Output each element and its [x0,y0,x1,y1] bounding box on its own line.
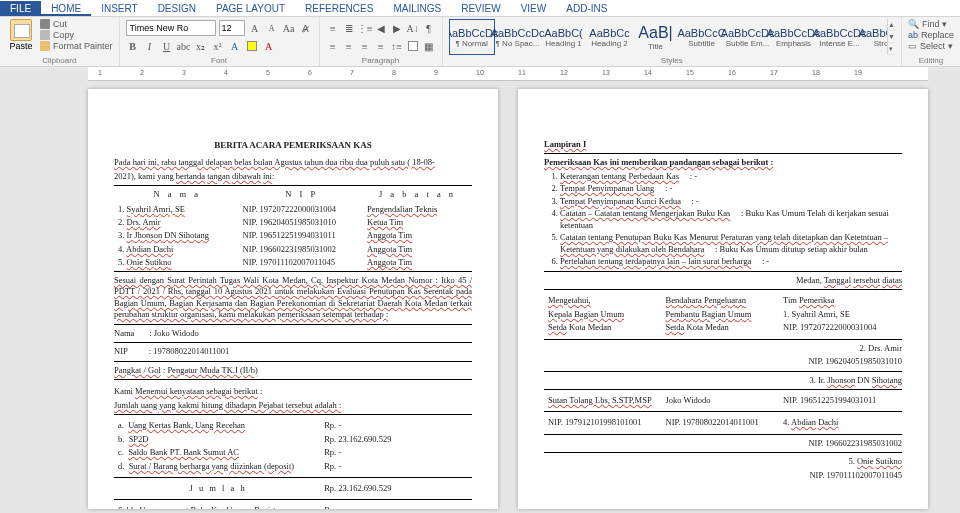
field-nama: Nama : Joko Widodo [114,328,472,339]
group-editing: 🔍 Find ▾ ab Replace ▭ Select ▾ Editing [902,17,960,66]
style-item[interactable]: AaBbCcDcIntense E... [817,19,863,55]
style-item[interactable]: AaBbCcDc¶ No Spac... [495,19,541,55]
group-font: A A Aa A̷ B I U abc x₂ x² A A Font [120,17,320,66]
paste-button[interactable]: Paste [6,19,36,51]
saldo-rows: Saldo Uang menurut Buku Kas Umum, Regist… [114,503,472,509]
document-page-2[interactable]: Lampiran I Pemeriksaan Kas ini memberika… [518,89,928,509]
style-scroll: ▲ ▼ ▾ [887,19,895,55]
kami-line: Kami Menemui kenyataan sebagai berikut : [114,386,472,397]
format-painter-button[interactable]: Format Painter [40,41,113,51]
font-size-input[interactable] [219,20,245,36]
format-painter-label: Format Painter [53,41,113,51]
sig-table: Mengetahui,Bendahara PengeluaranTim Peme… [544,293,902,335]
strikethrough-button[interactable]: abc [177,39,191,53]
sig-n5: 5. Onie Sutikno [544,456,902,467]
find-icon: 🔍 [908,19,919,29]
ruler[interactable]: 12345678910111213141516171819 [88,67,928,81]
font-color-button[interactable]: A [262,39,276,53]
copy-button[interactable]: Copy [40,30,113,40]
italic-button[interactable]: I [143,39,157,53]
style-scroll-up[interactable]: ▲ [888,19,895,31]
sort-button[interactable]: A↓ [406,21,420,35]
line-spacing-button[interactable]: ↕≡ [390,39,404,53]
th-nama: N a m a [116,188,239,201]
style-scroll-down[interactable]: ▼ [888,31,895,43]
style-item[interactable]: AaB|Title [633,19,679,55]
style-item[interactable]: AaBbCcDcStrong [863,19,887,55]
align-center-button[interactable]: ≡ [342,39,356,53]
tab-view[interactable]: VIEW [511,1,557,16]
sig-n2: 2. Drs. Amir [544,343,902,354]
highlight-button[interactable] [245,39,259,53]
style-expand[interactable]: ▾ [888,43,895,55]
group-styles: AaBbCcDc¶ NormalAaBbCcDc¶ No Spac...AaBb… [443,17,902,66]
style-item[interactable]: AaBbCcCSubtitle [679,19,725,55]
decrease-indent-button[interactable]: ◀ [374,21,388,35]
style-item[interactable]: AaBbCcDcSubtle Em... [725,19,771,55]
find-label: Find [922,19,940,29]
paste-label: Paste [9,41,32,51]
style-item[interactable]: AaBbCcDc¶ Normal [449,19,495,55]
style-item[interactable]: AaBbCcDcEmphasis [771,19,817,55]
clear-formatting-button[interactable]: A̷ [299,21,313,35]
sig-row5: NIP. 197912101998101001NIP. 197808022014… [544,415,902,430]
th-jabatan: J a b a t a n [365,188,470,201]
underline-button[interactable]: U [160,39,174,53]
sig-nip2: NIP. 196204051985031010 [544,356,902,367]
sig-n3: 3. Ir. Jhonson DN Sihotang [544,375,902,386]
select-icon: ▭ [908,41,917,51]
shrink-font-button[interactable]: A [265,21,279,35]
para1: Sesuai dengan Surat Perintah Tugas Wali … [114,275,472,321]
p2-head: Pemeriksaan Kas ini memberikan pandangan… [544,157,773,167]
align-left-button[interactable]: ≡ [326,39,340,53]
justify-button[interactable]: ≡ [374,39,388,53]
styles-group-label: Styles [449,56,895,66]
cut-button[interactable]: Cut [40,19,113,29]
document-page-1[interactable]: BERITA ACARA PEMERIKSAAN KAS Pada hari i… [88,89,498,509]
tab-design[interactable]: DESIGN [148,1,206,16]
cut-icon [40,19,50,29]
superscript-button[interactable]: x² [211,39,225,53]
replace-button[interactable]: ab Replace [908,30,954,40]
change-case-button[interactable]: Aa [282,21,296,35]
ribbon: Paste Cut Copy Format Painter Clipboard … [0,17,960,67]
text-effects-button[interactable]: A [228,39,242,53]
tab-insert[interactable]: INSERT [91,1,148,16]
bullets-button[interactable]: ≡ [326,21,340,35]
tab-addins[interactable]: ADD-INS [556,1,617,16]
tab-file[interactable]: FILE [0,1,41,16]
find-button[interactable]: 🔍 Find ▾ [908,19,954,29]
select-button[interactable]: ▭ Select ▾ [908,41,954,51]
group-paragraph: ≡ ≣ ⋮≡ ◀ ▶ A↓ ¶ ≡ ≡ ≡ ≡ ↕≡ ▦ Paragraph [320,17,443,66]
tab-mailings[interactable]: MAILINGS [383,1,451,16]
th-nip: N I P [241,188,364,201]
subscript-button[interactable]: x₂ [194,39,208,53]
total-row: J u m l a hRp. 23.162.690.529 [114,481,472,496]
borders-button[interactable]: ▦ [422,39,436,53]
style-gallery[interactable]: AaBbCcDc¶ NormalAaBbCcDc¶ No Spac...AaBb… [449,19,887,55]
show-marks-button[interactable]: ¶ [422,21,436,35]
workspace: 12345678910111213141516171819 BERITA ACA… [0,67,960,513]
tab-page-layout[interactable]: PAGE LAYOUT [206,1,295,16]
shading-button[interactable] [406,39,420,53]
bold-button[interactable]: B [126,39,140,53]
style-item[interactable]: AaBbC(Heading 1 [541,19,587,55]
clipboard-group-label: Clipboard [6,56,113,66]
style-item[interactable]: AaBbCcHeading 2 [587,19,633,55]
field-pangkat: Pangkat / Gol : Pengatur Muda TK.I (II/b… [114,365,472,376]
tab-review[interactable]: REVIEW [451,1,510,16]
personnel-table: N a m aN I PJ a b a t a n 1. Syahril Amr… [114,185,472,272]
grow-font-button[interactable]: A [248,21,262,35]
font-name-input[interactable] [126,20,216,36]
p2-list: Keterangan tentang Perbedaan Kas : -Temp… [544,171,902,268]
copy-label: Copy [53,30,74,40]
tab-references[interactable]: REFERENCES [295,1,383,16]
page-title: BERITA ACARA PEMERIKSAAN KAS [114,139,472,151]
tab-home[interactable]: HOME [41,1,91,16]
intro-line-2: 2021), kami yang bertanda tangan dibawah… [114,171,274,181]
align-right-button[interactable]: ≡ [358,39,372,53]
increase-indent-button[interactable]: ▶ [390,21,404,35]
multilevel-button[interactable]: ⋮≡ [358,21,372,35]
numbering-button[interactable]: ≣ [342,21,356,35]
field-nip: NIP : 197808022014011001 [114,346,472,357]
